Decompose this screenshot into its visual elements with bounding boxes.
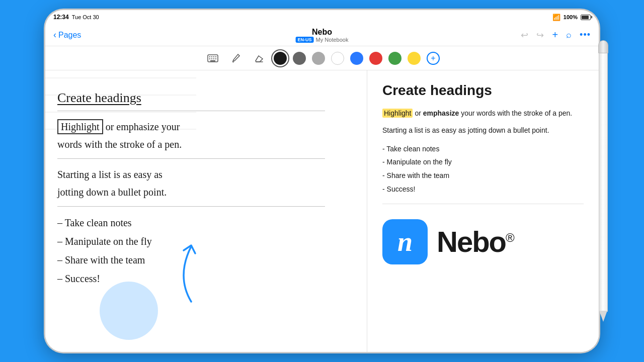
add-color-button[interactable]: + (427, 52, 440, 65)
toolbar: + (45, 46, 599, 70)
svg-rect-8 (215, 58, 216, 59)
color-blue[interactable] (350, 52, 363, 65)
color-white[interactable] (331, 52, 344, 65)
battery-icon (581, 15, 591, 20)
color-red[interactable] (369, 52, 382, 65)
rendered-paragraph-2: Starting a list is as easy as jotting do… (382, 125, 584, 136)
svg-rect-4 (215, 56, 216, 57)
right-panel: Create headings Highlight or emphasize y… (367, 70, 599, 352)
svg-rect-3 (213, 56, 214, 57)
rendered-p1-end: your words with the stroke of a pen. (461, 109, 572, 117)
battery-percent: 100% (564, 14, 578, 20)
list-item-2: Manipulate on the fly (382, 155, 584, 169)
rendered-bold: emphasize (423, 109, 459, 117)
rendered-divider (382, 204, 584, 204)
status-date: Tue Oct 30 (72, 14, 99, 20)
nebo-app-icon: n (382, 219, 428, 264)
hw-paragraph-1: Highlight or emphasize yourwords with th… (57, 118, 355, 153)
nebo-circle-decoration (100, 282, 158, 340)
nav-subtitle: My Notebook (316, 37, 349, 43)
hw-highlight-word: Highlight (57, 119, 103, 134)
hw-paragraph-2: Starting a list is as easy asjotting dow… (57, 166, 355, 201)
nav-right-actions: ↩ ↪ + ⌕ ••• (521, 29, 591, 41)
color-dark-gray[interactable] (293, 52, 306, 65)
nav-bar: ‹ Pages Nebo EN-US My Notebook ↩ ↪ + ⌕ •… (45, 24, 599, 46)
eraser-button[interactable] (251, 50, 268, 67)
hw-divider-1 (57, 111, 325, 111)
nebo-branding: n Nebo® (382, 219, 584, 264)
hw-divider-2 (57, 158, 325, 159)
list-item-1: Take clean notes (382, 142, 584, 156)
handwriting-heading-section: Create headings Highlight or emphasize y… (57, 90, 355, 288)
undo-button[interactable]: ↩ (521, 30, 528, 41)
wifi-icon: 📶 (552, 14, 560, 21)
list-item-3: Share with the team (382, 169, 584, 183)
nav-back-label: Pages (58, 31, 81, 40)
svg-rect-7 (213, 58, 214, 59)
pen-button[interactable] (227, 50, 245, 67)
svg-rect-9 (210, 60, 215, 61)
nav-center: Nebo EN-US My Notebook (296, 28, 349, 43)
svg-rect-2 (211, 56, 212, 57)
rendered-highlight: Highlight (382, 109, 413, 118)
lang-badge: EN-US (296, 37, 314, 43)
left-panel: Create headings Highlight or emphasize y… (45, 70, 367, 352)
main-content: Create headings Highlight or emphasize y… (45, 70, 599, 352)
redo-button[interactable]: ↪ (536, 30, 544, 41)
color-light-gray[interactable] (312, 52, 325, 65)
status-time: 12:34 (53, 14, 69, 21)
svg-rect-1 (209, 56, 210, 57)
color-yellow[interactable] (408, 52, 421, 65)
svg-rect-5 (209, 58, 210, 59)
nav-back[interactable]: ‹ Pages (53, 30, 81, 40)
rendered-paragraph-1: Highlight or emphasize your words with t… (382, 108, 584, 119)
nav-title: Nebo (296, 28, 349, 37)
search-button[interactable]: ⌕ (566, 30, 572, 40)
rendered-heading: Create headings (382, 82, 584, 99)
color-green[interactable] (388, 52, 401, 65)
rendered-list: Take clean notes Manipulate on the fly S… (382, 142, 584, 196)
hw-heading: Create headings (57, 90, 141, 105)
add-button[interactable]: + (552, 29, 558, 41)
list-item-4: Success! (382, 183, 584, 196)
status-bar: 12:34 Tue Oct 30 📶 100% (45, 10, 599, 24)
keyboard-button[interactable] (204, 50, 221, 67)
back-chevron-icon: ‹ (53, 30, 56, 40)
more-button[interactable]: ••• (580, 30, 591, 40)
svg-rect-6 (211, 58, 212, 59)
apple-pencil (597, 40, 610, 322)
color-black[interactable] (274, 52, 287, 65)
rendered-p1-rest: or (415, 109, 423, 117)
hw-divider-3 (57, 206, 325, 207)
hw-list: – Take clean notes – Manipulate on the f… (57, 214, 355, 288)
nebo-logo-text: Nebo® (437, 227, 514, 256)
ipad-frame: 12:34 Tue Oct 30 📶 100% ‹ Pages Nebo EN-… (45, 10, 599, 352)
